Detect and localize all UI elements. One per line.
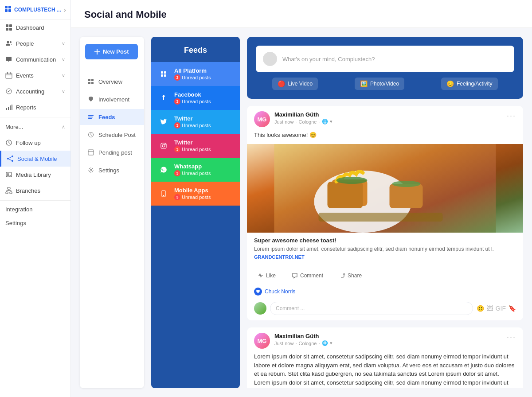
instagram-icon [157, 140, 170, 152]
events-icon [5, 72, 12, 79]
feed-item-all-platform[interactable]: All Platform 3 Unread posts [151, 62, 240, 86]
left-panel-settings[interactable]: Settings [80, 162, 144, 178]
accounting-chevron: ∨ [62, 89, 65, 94]
schedule-icon [87, 131, 95, 139]
sidebar-item-accounting[interactable]: Accounting ∨ [0, 83, 70, 99]
media-library-icon [5, 171, 12, 178]
post-author-1: Maximilian Güth [274, 111, 332, 118]
all-platform-icon [157, 68, 170, 80]
company-logo[interactable]: COMPLUSTECH ... › [0, 0, 70, 19]
sidebar-item-branches[interactable]: Branches [0, 183, 70, 198]
svg-line-15 [8, 90, 10, 92]
comment-button-1[interactable]: Comment [288, 270, 327, 281]
sidebar-item-followup[interactable]: Follow up [0, 135, 70, 151]
new-post-input[interactable]: What's on your mind, Complustech? [256, 46, 514, 72]
sidebar-integration[interactable]: Integration [0, 202, 70, 216]
globe-icon-1: 🌐 [322, 119, 328, 125]
svg-rect-41 [88, 115, 94, 116]
feeling-action[interactable]: 😊 Feeling/Activity [441, 78, 498, 90]
svg-rect-2 [5, 9, 8, 12]
social-mobile-label: Social & Mobile [17, 156, 57, 162]
feed-item-whatsapp[interactable]: Whatsapp 3 Unread posts [151, 158, 240, 182]
like-button-1[interactable]: Like [254, 270, 279, 281]
feed-item-mobile-apps[interactable]: Mobile Apps 3 Unread posts [151, 182, 240, 206]
svg-line-25 [9, 159, 12, 160]
communication-chevron: ∨ [62, 57, 65, 62]
post-more-2[interactable]: ··· [507, 333, 516, 342]
sidebar-item-reports[interactable]: Reports [0, 99, 70, 115]
new-post-actions: 🔴 Live Video 🖼️ Photo/Video 😊 Feeling/Ac… [256, 78, 514, 90]
sidebar-item-social-mobile[interactable]: Social & Mobile [0, 151, 70, 167]
live-video-label: Live Video [288, 81, 313, 87]
left-panel-pending[interactable]: Pending post [80, 144, 144, 160]
feeling-label: Feeling/Activity [457, 81, 493, 87]
facebook-icon: f [157, 92, 170, 104]
followup-icon [5, 139, 12, 146]
image-icon-1[interactable]: 🖼 [487, 305, 493, 312]
sidebar-item-events[interactable]: Events ∨ [0, 67, 70, 83]
svg-rect-43 [88, 118, 92, 119]
left-panel-overview[interactable]: Overview [80, 74, 144, 90]
post-card-2: MG Maximilian Güth Just now · Cologne · … [247, 327, 523, 388]
facebook-name: Facebook [174, 91, 234, 98]
comment-area-1: Comment ... 🙂 🖼 GIF 🔖 [247, 299, 523, 320]
sidebar-settings[interactable]: Settings [0, 216, 70, 230]
feed-item-facebook[interactable]: f Facebook 3 Unread posts [151, 86, 240, 110]
user-avatar-input [263, 52, 277, 66]
mobile-apps-unread: Unread posts [182, 195, 211, 200]
post-link-title: Super awesome cheese toast! [254, 237, 516, 244]
reaction-user-1[interactable]: Chuck Norris [265, 288, 295, 295]
audience-chevron-2: ▾ [330, 340, 332, 346]
share-button-1[interactable]: Share [336, 270, 365, 281]
sidebar-item-dashboard[interactable]: Dashboard [0, 19, 70, 35]
sidebar-divider2 [0, 200, 70, 201]
svg-rect-50 [161, 74, 163, 77]
svg-line-24 [9, 157, 12, 158]
post-link-desc: Lorem ipsum dolor sit amet, consetetur s… [254, 245, 516, 253]
page-title: Social and Mobile [84, 9, 519, 20]
live-video-action[interactable]: 🔴 Live Video [272, 78, 318, 90]
left-panel-involvement[interactable]: Involvement [80, 91, 144, 107]
svg-rect-39 [88, 82, 90, 84]
left-panel-feeds[interactable]: Feeds [80, 109, 144, 125]
sidebar-item-people[interactable]: People ∨ [0, 35, 70, 51]
comment-icons-1: 🙂 🖼 GIF 🔖 [477, 305, 516, 312]
sticker-icon-1[interactable]: 🔖 [509, 305, 516, 312]
branches-label: Branches [16, 187, 40, 194]
sidebar-item-media-library[interactable]: Media Library [0, 167, 70, 183]
sidebar-item-more[interactable]: More... ∧ [0, 119, 70, 135]
mobile-apps-name: Mobile Apps [174, 187, 234, 194]
dashboard-icon [5, 24, 12, 31]
post-more-1[interactable]: ··· [507, 111, 516, 121]
svg-rect-28 [8, 187, 10, 189]
overview-label: Overview [98, 78, 122, 85]
followup-label: Follow up [16, 140, 41, 146]
all-platform-unread: Unread posts [182, 75, 211, 80]
svg-rect-40 [91, 82, 94, 84]
photo-video-action[interactable]: 🖼️ Photo/Video [355, 78, 404, 90]
feeds-title: Feeds [151, 37, 240, 62]
gif-icon-1[interactable]: GIF [496, 305, 506, 312]
left-panel-schedule[interactable]: Schedule Post [80, 127, 144, 143]
svg-rect-16 [6, 108, 7, 110]
emoji-icon-1[interactable]: 🙂 [477, 305, 484, 312]
svg-point-22 [12, 156, 13, 157]
reports-label: Reports [16, 104, 36, 111]
feed-item-twitter[interactable]: Twitter 3 Unread posts [151, 110, 240, 134]
comment-input-1[interactable]: Comment ... [270, 302, 473, 315]
svg-rect-18 [10, 105, 11, 110]
post-meta-1: Just now · Cologne · 🌐 ▾ [274, 119, 332, 125]
new-post-card: What's on your mind, Complustech? 🔴 Live… [247, 37, 523, 99]
media-library-label: Media Library [16, 171, 51, 178]
accounting-label: Accounting [16, 88, 44, 95]
sidebar-item-communication[interactable]: Communication ∨ [0, 51, 70, 67]
reaction-like-icon-1 [254, 288, 262, 296]
new-post-button[interactable]: New Post [85, 44, 138, 59]
svg-rect-3 [8, 9, 11, 12]
involvement-icon [87, 95, 95, 103]
svg-point-56 [163, 195, 164, 196]
involvement-label: Involvement [98, 96, 129, 103]
schedule-label: Schedule Post [98, 132, 136, 138]
svg-point-53 [162, 144, 165, 147]
feed-item-instagram[interactable]: Twitter 3 Unread posts [151, 134, 240, 158]
